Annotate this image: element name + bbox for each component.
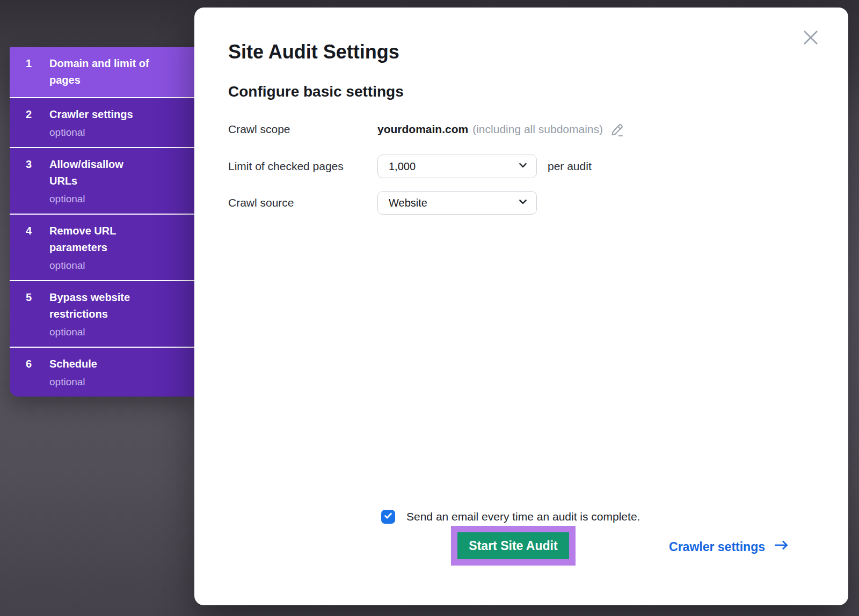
close-icon[interactable] [800,27,821,48]
check-icon [383,511,393,523]
limit-selected-value: 1,000 [389,160,416,173]
sidebar-item-crawler-settings[interactable]: 2 Crawler settings optional [10,97,194,147]
audit-steps-sidebar: 1 Domain and limit of pages 2 Crawler se… [10,47,194,397]
crawl-scope-note: (including all subdomains) [472,123,603,136]
crawl-scope-row: Crawl scope yourdomain.com (including al… [228,120,624,138]
step-optional-tag: optional [49,376,184,388]
limit-of-pages-row: Limit of checked pages 1,000 per audit [228,155,592,178]
step-label: Domain and limit of pages [49,55,154,89]
email-notification-row: Send an email every time an audit is com… [381,510,640,524]
step-number: 5 [26,289,32,306]
step-number: 4 [26,223,32,239]
sidebar-item-remove-url-parameters[interactable]: 4 Remove URL parameters optional [10,214,194,280]
limit-select[interactable]: 1,000 [377,155,537,178]
crawl-scope-domain: yourdomain.com [377,123,468,136]
step-optional-tag: optional [49,126,184,138]
page-root: { "sidebar": { "items": [ { "number": "1… [0,0,859,616]
crawl-source-row: Crawl source Website [228,191,537,215]
sidebar-item-schedule[interactable]: 6 Schedule optional [10,347,194,397]
crawl-source-selected-value: Website [389,197,427,209]
crawl-scope-label: Crawl scope [228,123,377,136]
email-checkbox[interactable] [381,510,395,524]
step-number: 3 [26,156,32,173]
crawl-source-label: Crawl source [228,196,377,209]
step-optional-tag: optional [49,259,184,272]
step-label: Bypass website restrictions [49,289,154,322]
limit-label: Limit of checked pages [228,160,377,173]
modal-title: Site Audit Settings [228,41,399,63]
sidebar-item-allow-disallow-urls[interactable]: 3 Allow/disallow URLs optional [10,147,194,214]
step-number: 1 [26,55,32,72]
step-optional-tag: optional [49,326,184,338]
crawl-source-select[interactable]: Website [377,191,537,215]
chevron-down-icon [518,160,528,172]
step-number: 6 [26,356,32,372]
step-optional-tag: optional [49,193,184,205]
arrow-right-icon [773,539,789,554]
sidebar-item-bypass-website-restrictions[interactable]: 5 Bypass website restrictions optional [10,280,194,347]
section-title: Configure basic settings [228,83,404,100]
pencil-icon[interactable] [609,123,624,140]
site-audit-settings-modal: Site Audit Settings Configure basic sett… [194,8,848,605]
email-checkbox-label[interactable]: Send an email every time an audit is com… [406,510,640,523]
per-audit-suffix: per audit [548,160,592,173]
crawler-settings-link-label: Crawler settings [669,540,765,554]
step-label: Schedule [49,356,154,372]
step-label: Allow/disallow URLs [49,156,154,189]
chevron-down-icon [518,197,528,209]
step-label: Remove URL parameters [49,223,154,256]
crawler-settings-link[interactable]: Crawler settings [669,538,789,556]
sidebar-item-domain-and-limit[interactable]: 1 Domain and limit of pages [10,47,194,97]
start-button-highlight: Start Site Audit [451,526,576,566]
step-label: Crawler settings [49,106,154,123]
start-site-audit-button[interactable]: Start Site Audit [457,532,569,559]
step-number: 2 [26,106,32,123]
